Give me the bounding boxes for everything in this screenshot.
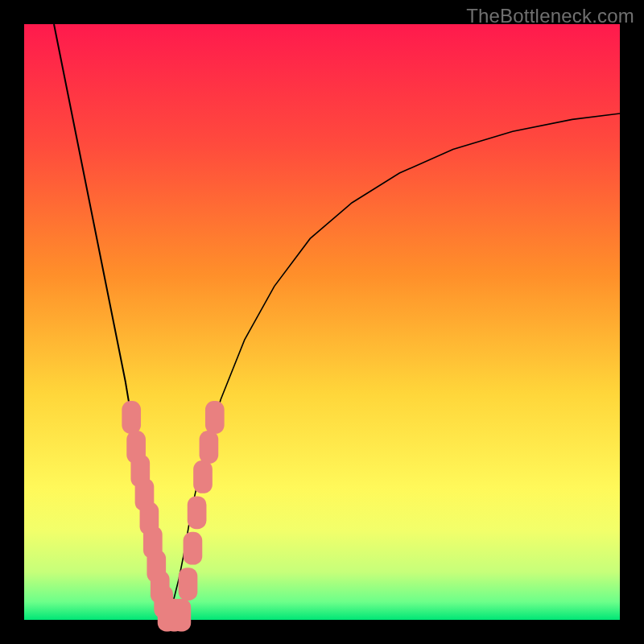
data-marker: [193, 460, 213, 493]
data-marker: [179, 568, 198, 601]
data-marker: [205, 401, 225, 434]
chart-svg: [24, 24, 620, 620]
chart-frame: TheBottleneck.com: [0, 0, 644, 644]
curve-right: [167, 114, 620, 620]
data-marker: [122, 401, 141, 434]
data-marker: [184, 532, 203, 565]
data-marker: [172, 599, 192, 632]
data-marker: [188, 496, 207, 529]
marker-group: [122, 401, 224, 631]
data-marker: [200, 431, 219, 464]
